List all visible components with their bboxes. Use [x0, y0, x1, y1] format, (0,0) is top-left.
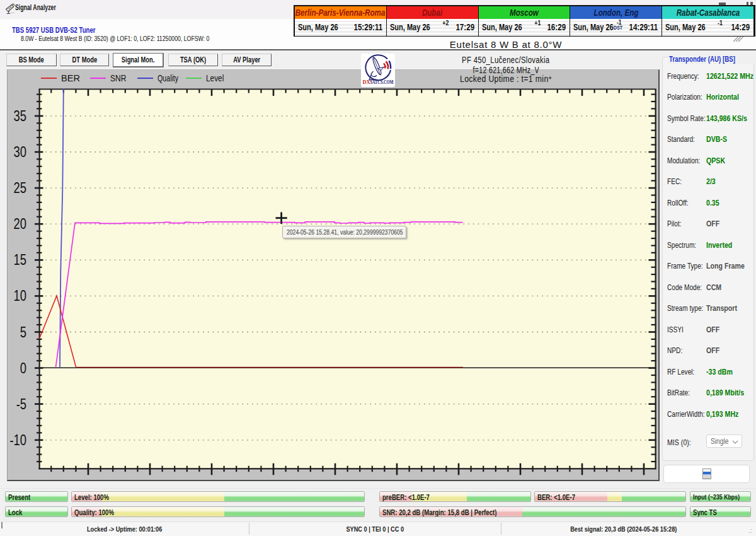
svg-text:SATCS.COM: SATCS.COM [370, 78, 394, 84]
svg-text:DX: DX [363, 78, 370, 84]
